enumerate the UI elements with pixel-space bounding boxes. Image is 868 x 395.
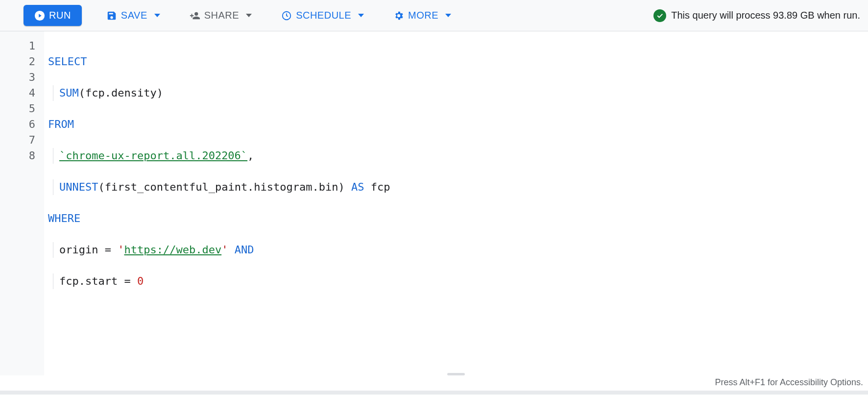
line-number: 8 bbox=[0, 148, 35, 164]
person-add-icon bbox=[190, 10, 200, 21]
schedule-label: SCHEDULE bbox=[296, 10, 351, 21]
save-button[interactable]: SAVE bbox=[101, 7, 165, 24]
line-number: 7 bbox=[0, 132, 35, 148]
chevron-down-icon bbox=[154, 14, 160, 17]
clock-icon bbox=[281, 10, 292, 21]
share-button[interactable]: SHARE bbox=[185, 7, 257, 24]
status-text: This query will process 93.89 GB when ru… bbox=[671, 10, 860, 21]
share-label: SHARE bbox=[204, 10, 239, 21]
line-gutter: 1 2 3 4 5 6 7 8 bbox=[0, 31, 44, 375]
query-toolbar: RUN SAVE SHARE SCHEDULE MORE This query … bbox=[0, 0, 868, 31]
more-button[interactable]: MORE bbox=[388, 7, 456, 24]
line-number: 1 bbox=[0, 38, 35, 54]
line-number: 4 bbox=[0, 85, 35, 101]
run-button[interactable]: RUN bbox=[24, 5, 82, 26]
line-number: 3 bbox=[0, 70, 35, 85]
chevron-down-icon bbox=[358, 14, 364, 17]
accessibility-hint: Press Alt+F1 for Accessibility Options. bbox=[0, 375, 868, 391]
query-status: This query will process 93.89 GB when ru… bbox=[653, 9, 860, 22]
line-number: 6 bbox=[0, 117, 35, 132]
check-circle-icon bbox=[653, 9, 666, 22]
chevron-down-icon bbox=[246, 14, 252, 17]
panel-divider[interactable] bbox=[0, 391, 868, 395]
sql-editor[interactable]: 1 2 3 4 5 6 7 8 SELECT SUM(fcp.density) … bbox=[0, 31, 868, 375]
save-icon bbox=[106, 10, 117, 21]
save-label: SAVE bbox=[121, 10, 147, 21]
more-label: MORE bbox=[408, 10, 438, 21]
gear-icon bbox=[393, 10, 404, 21]
chevron-down-icon bbox=[445, 14, 451, 17]
play-icon bbox=[34, 10, 45, 21]
resize-handle[interactable] bbox=[447, 373, 465, 375]
run-label: RUN bbox=[49, 10, 71, 21]
line-number: 2 bbox=[0, 54, 35, 70]
schedule-button[interactable]: SCHEDULE bbox=[276, 7, 369, 24]
code-area[interactable]: SELECT SUM(fcp.density) FROM `chrome-ux-… bbox=[44, 31, 868, 375]
line-number: 5 bbox=[0, 101, 35, 117]
